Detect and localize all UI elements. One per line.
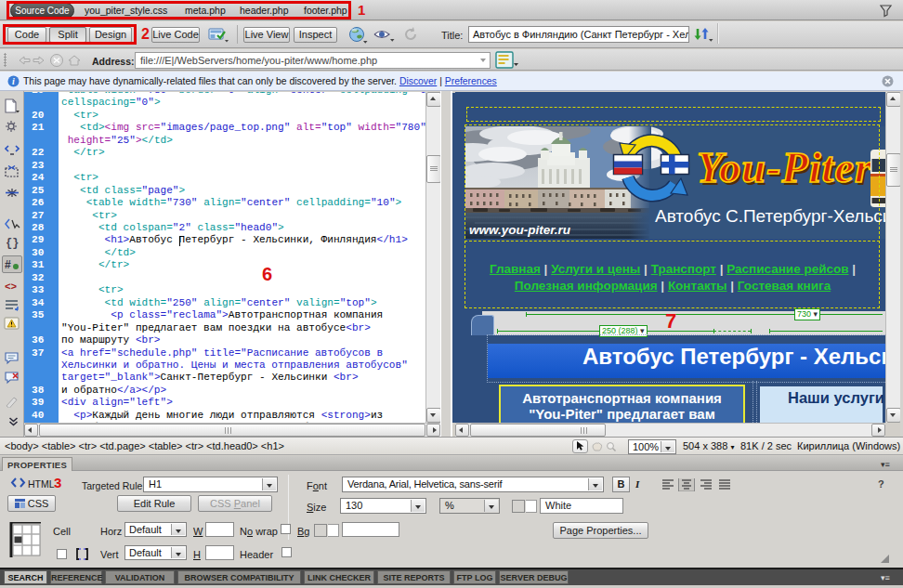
svg-text:#: # — [5, 258, 11, 271]
svg-text:<>: <> — [5, 281, 18, 293]
svg-text:{}: {} — [6, 237, 19, 249]
svg-text:i: i — [12, 76, 15, 86]
